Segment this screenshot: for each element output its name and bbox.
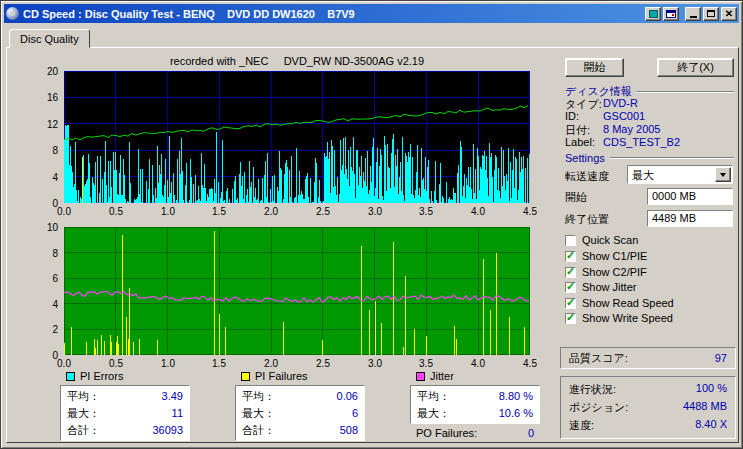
pi-errors-chart	[64, 71, 530, 203]
total-value: 508	[340, 422, 358, 439]
po-failures-row: PO Failures: 0	[410, 427, 540, 439]
checkbox-show-write-speed[interactable]: Show Write Speed	[565, 312, 673, 324]
x-tick-label: 2.5	[316, 358, 330, 369]
titlebar-extra-button-2[interactable]	[663, 7, 679, 21]
exit-button[interactable]: 終了(X)	[657, 58, 734, 77]
pi-failures-stats-box: 平均：0.06 最大：6 合計：508	[235, 385, 365, 441]
titlebar[interactable]: CD Speed : Disc Quality Test - BENQ DVD …	[4, 4, 739, 23]
stat-row: 合計：36093	[67, 422, 183, 439]
stat-row: 最大：10.6 %	[417, 405, 533, 422]
transfer-speed-label: 転送速度	[565, 169, 609, 184]
start-position-label: 開始	[565, 190, 587, 205]
transfer-speed-select[interactable]: 最大	[627, 165, 733, 184]
chart2-x-axis: 0.00.51.01.52.02.53.03.54.04.5	[64, 358, 530, 370]
avg-label: 平均：	[242, 388, 275, 405]
checkbox-show-c2-pif[interactable]: Show C2/PIF	[565, 266, 647, 278]
app-icon	[6, 7, 19, 20]
close-button[interactable]: ✕	[721, 7, 737, 21]
y-tick-label: 6	[52, 273, 58, 284]
recorded-with-label: recorded with _NEC DVD_RW ND-3500AG v2.1…	[64, 55, 530, 67]
pi-errors-label: PI Errors	[80, 370, 123, 382]
stat-row: 平均：0.06	[242, 388, 358, 405]
stat-row: 平均：8.80 %	[417, 388, 533, 405]
progress-label: 進行状況:	[569, 382, 616, 397]
minimize-icon	[690, 16, 697, 18]
x-tick-label: 3.5	[419, 206, 433, 217]
jitter-swatch	[416, 372, 425, 381]
dropdown-button[interactable]	[715, 167, 731, 182]
position-label: ポジション:	[569, 400, 628, 415]
disc-id-label: ID:	[565, 110, 603, 122]
x-tick-label: 2.0	[264, 358, 278, 369]
max-value: 11	[172, 405, 183, 422]
avg-value: 8.80 %	[499, 388, 533, 405]
total-label: 合計：	[67, 422, 100, 439]
separator-line	[610, 157, 734, 159]
checkbox-label: Show Jitter	[582, 281, 636, 293]
tab-disc-quality[interactable]: Disc Quality	[9, 29, 90, 48]
quality-score-value: 97	[715, 352, 727, 364]
pi-failures-swatch	[241, 372, 250, 381]
disc-label-value: CDS_TEST_B2	[603, 136, 680, 148]
maximize-icon	[707, 10, 715, 17]
position-row: ポジション: 4488 MB	[569, 400, 727, 415]
stat-row: 最大：11	[67, 405, 183, 422]
titlebar-extra-button-1[interactable]	[645, 7, 661, 21]
checkbox-show-read-speed[interactable]: Show Read Speed	[565, 297, 674, 309]
x-tick-label: 1.0	[161, 206, 175, 217]
avg-label: 平均：	[417, 388, 450, 405]
disc-label-row: Label: CDS_TEST_B2	[565, 136, 734, 148]
stat-row: 平均：3.49	[67, 388, 183, 405]
x-tick-label: 0.5	[109, 358, 123, 369]
avg-value: 0.06	[337, 388, 358, 405]
start-position-field[interactable]: 0000 MB	[647, 188, 733, 205]
disc-id-row: ID: GSC001	[565, 110, 734, 122]
end-position-label: 終了位置	[565, 212, 609, 227]
transfer-speed-value: 最大	[632, 168, 654, 183]
checkbox-box	[565, 313, 576, 324]
progress-row: 進行状況: 100 %	[569, 382, 727, 397]
checkbox-quick-scan[interactable]: Quick Scan	[565, 234, 638, 246]
speed-row: 速度: 8.40 X	[569, 418, 727, 433]
stat-row: 最大：6	[242, 405, 358, 422]
x-tick-label: 1.0	[161, 358, 175, 369]
chart2-y-axis: 1086420	[33, 227, 61, 355]
quality-score-label: 品質スコア:	[569, 351, 628, 366]
y-tick-label: 8	[52, 248, 58, 259]
speed-value: 8.40 X	[695, 418, 727, 433]
avg-label: 平均：	[67, 388, 100, 405]
y-tick-label: 12	[47, 119, 58, 130]
checkbox-box	[565, 298, 576, 309]
avg-value: 3.49	[162, 388, 183, 405]
jitter-legend: Jitter	[416, 370, 454, 382]
progress-value: 100 %	[696, 382, 727, 397]
max-value: 10.6 %	[499, 405, 533, 422]
pi-failures-jitter-chart	[64, 227, 530, 355]
x-tick-label: 0.0	[57, 358, 71, 369]
checkbox-box	[565, 282, 576, 293]
speed-label: 速度:	[569, 418, 594, 433]
x-tick-label: 3.0	[368, 358, 382, 369]
max-label: 最大：	[417, 405, 450, 422]
checkbox-show-c1-pie[interactable]: Show C1/PIE	[565, 250, 647, 262]
x-tick-label: 2.5	[316, 206, 330, 217]
max-label: 最大：	[67, 405, 100, 422]
separator-line	[637, 91, 734, 93]
y-tick-label: 2	[52, 324, 58, 335]
disc-label-label: Label:	[565, 136, 603, 148]
maximize-button[interactable]	[703, 7, 719, 21]
settings-header: Settings	[565, 152, 734, 164]
x-tick-label: 0.5	[109, 206, 123, 217]
checkbox-label: Quick Scan	[582, 234, 638, 246]
checkbox-label: Show C1/PIE	[582, 250, 647, 262]
settings-title: Settings	[565, 152, 605, 164]
start-button[interactable]: 開始	[565, 58, 624, 77]
titlebar-buttons: ✕	[643, 7, 737, 21]
x-tick-label: 4.5	[523, 206, 537, 217]
po-failures-value: 0	[528, 427, 534, 439]
x-tick-label: 2.0	[264, 206, 278, 217]
y-tick-label: 4	[52, 172, 58, 183]
checkbox-show-jitter[interactable]: Show Jitter	[565, 281, 636, 293]
end-position-field[interactable]: 4489 MB	[647, 210, 733, 227]
minimize-button[interactable]	[685, 7, 701, 21]
